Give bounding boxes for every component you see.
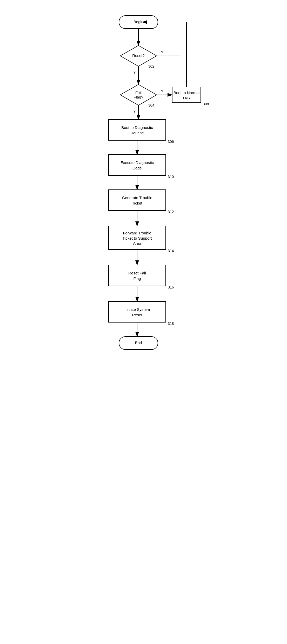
failflag-n-label: N	[160, 89, 163, 93]
ref-316: 316	[168, 285, 174, 289]
end-label: End	[135, 340, 142, 345]
ref-304: 304	[148, 103, 155, 107]
reset-label: Reset?	[132, 53, 145, 58]
boot-normal-node	[172, 87, 201, 103]
ref-312: 312	[168, 210, 174, 214]
flowchart-container: Begin Reset? 302 Y N Fail Flag? N Boot t…	[79, 8, 209, 638]
ref-314: 314	[168, 249, 174, 253]
generate-ticket-label1: Generate Trouble	[122, 195, 152, 200]
generate-ticket-label2: Ticket	[132, 201, 142, 205]
execute-diagnostic-node	[109, 155, 166, 175]
boot-diagnostic-node	[109, 120, 166, 140]
forward-ticket-label1: Forward Trouble	[123, 231, 151, 235]
boot-diagnostic-label2: Routine	[130, 131, 144, 135]
begin-label: Begin	[133, 19, 143, 24]
fail-flag-label2: Flag?	[134, 95, 143, 99]
ref-306: 306	[168, 140, 174, 144]
execute-diagnostic-label1: Execute Diagnostic	[120, 160, 154, 165]
reset-y-label: Y	[133, 70, 136, 74]
initiate-reset-label2: Reset	[132, 313, 142, 317]
ref-308: 308	[203, 102, 209, 106]
forward-ticket-label3: Area	[133, 241, 141, 246]
failflag-y-label: Y	[133, 109, 136, 113]
execute-diagnostic-label2: Code	[132, 166, 142, 170]
ref-302: 302	[148, 64, 155, 68]
initiate-reset-label1: Initiate System	[124, 307, 150, 312]
boot-diagnostic-label1: Boot to Diagnostic	[121, 125, 153, 130]
reset-fail-flag-node	[109, 265, 166, 286]
flowchart-svg: Begin Reset? 302 Y N Fail Flag? N Boot t…	[79, 8, 209, 637]
reset-fail-flag-label2: Flag	[133, 276, 141, 281]
generate-ticket-node	[109, 190, 166, 211]
initiate-reset-node	[109, 301, 166, 322]
ref-310: 310	[168, 175, 174, 179]
boot-normal-label1: Boot to Normal	[173, 90, 199, 95]
fail-flag-label: Fail	[135, 90, 141, 95]
reset-fail-flag-label1: Reset Fail	[128, 271, 146, 275]
forward-ticket-label2: Ticket to Support	[122, 236, 152, 240]
reset-n-label: N	[160, 50, 163, 54]
boot-normal-label2: O/S	[183, 96, 190, 100]
ref-318: 318	[168, 321, 174, 326]
